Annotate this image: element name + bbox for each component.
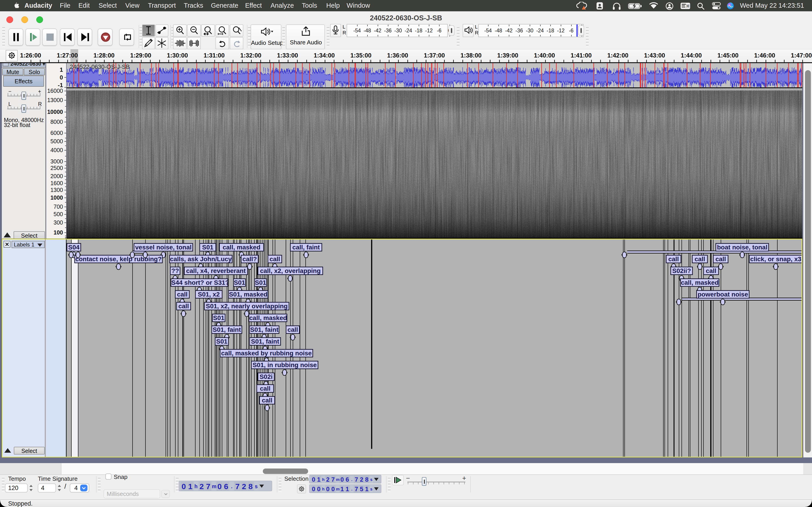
svg-text:⌘: ⌘ [686,4,690,8]
svg-text:!: ! [585,7,586,9]
